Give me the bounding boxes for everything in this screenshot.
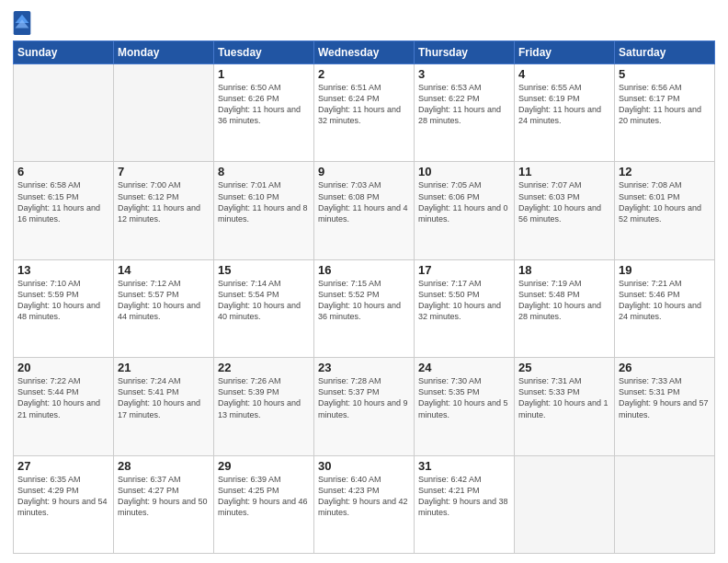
day-number: 5 <box>619 67 711 81</box>
day-info: Sunrise: 6:40 AMSunset: 4:23 PMDaylight:… <box>318 474 410 519</box>
weekday-header: Friday <box>515 41 615 64</box>
day-info: Sunrise: 6:51 AMSunset: 6:24 PMDaylight:… <box>318 82 410 127</box>
day-number: 22 <box>218 361 310 374</box>
day-number: 9 <box>318 165 410 178</box>
day-info: Sunrise: 7:21 AMSunset: 5:46 PMDaylight:… <box>619 278 711 323</box>
calendar-cell: 23Sunrise: 7:28 AMSunset: 5:37 PMDayligh… <box>314 358 415 455</box>
day-number: 19 <box>619 263 711 277</box>
day-info: Sunrise: 6:42 AMSunset: 4:21 PMDaylight:… <box>418 474 510 519</box>
day-info: Sunrise: 6:37 AMSunset: 4:27 PMDaylight:… <box>118 474 210 519</box>
calendar-cell: 7Sunrise: 7:00 AMSunset: 6:12 PMDaylight… <box>114 162 214 259</box>
calendar-cell: 27Sunrise: 6:35 AMSunset: 4:29 PMDayligh… <box>14 455 114 553</box>
calendar-cell: 10Sunrise: 7:05 AMSunset: 6:06 PMDayligh… <box>415 162 515 259</box>
calendar-cell: 21Sunrise: 7:24 AMSunset: 5:41 PMDayligh… <box>114 358 214 455</box>
day-info: Sunrise: 6:50 AMSunset: 6:26 PMDaylight:… <box>218 82 310 127</box>
calendar-cell: 19Sunrise: 7:21 AMSunset: 5:46 PMDayligh… <box>615 259 715 357</box>
day-number: 3 <box>418 67 510 81</box>
calendar-cell: 29Sunrise: 6:39 AMSunset: 4:25 PMDayligh… <box>214 455 314 553</box>
calendar-cell: 3Sunrise: 6:53 AMSunset: 6:22 PMDaylight… <box>415 64 515 162</box>
calendar-cell: 30Sunrise: 6:40 AMSunset: 4:23 PMDayligh… <box>314 455 415 553</box>
calendar-cell: 2Sunrise: 6:51 AMSunset: 6:24 PMDaylight… <box>314 64 415 162</box>
day-info: Sunrise: 7:03 AMSunset: 6:08 PMDaylight:… <box>318 179 410 224</box>
calendar-week-row: 27Sunrise: 6:35 AMSunset: 4:29 PMDayligh… <box>14 455 715 553</box>
day-number: 17 <box>418 263 510 277</box>
day-number: 25 <box>518 361 610 374</box>
calendar-cell: 20Sunrise: 7:22 AMSunset: 5:44 PMDayligh… <box>14 358 114 455</box>
day-number: 11 <box>518 165 610 178</box>
calendar-week-row: 1Sunrise: 6:50 AMSunset: 6:26 PMDaylight… <box>14 64 715 162</box>
weekday-header: Saturday <box>615 41 715 64</box>
day-number: 31 <box>418 459 510 473</box>
calendar-cell: 18Sunrise: 7:19 AMSunset: 5:48 PMDayligh… <box>515 259 615 357</box>
calendar-table: SundayMondayTuesdayWednesdayThursdayFrid… <box>13 40 715 554</box>
day-info: Sunrise: 7:10 AMSunset: 5:59 PMDaylight:… <box>17 278 109 323</box>
logo-icon <box>13 11 31 35</box>
day-number: 28 <box>118 459 210 473</box>
page: SundayMondayTuesdayWednesdayThursdayFrid… <box>0 0 728 563</box>
calendar-cell <box>114 64 214 162</box>
day-number: 23 <box>318 361 410 374</box>
day-number: 26 <box>619 361 711 374</box>
day-info: Sunrise: 7:30 AMSunset: 5:35 PMDaylight:… <box>418 375 510 420</box>
day-info: Sunrise: 6:55 AMSunset: 6:19 PMDaylight:… <box>518 82 610 127</box>
day-number: 13 <box>17 263 109 277</box>
day-info: Sunrise: 7:08 AMSunset: 6:01 PMDaylight:… <box>619 179 711 224</box>
day-number: 8 <box>218 165 310 178</box>
weekday-header: Sunday <box>14 41 114 64</box>
day-number: 27 <box>17 459 109 473</box>
calendar-cell: 28Sunrise: 6:37 AMSunset: 4:27 PMDayligh… <box>114 455 214 553</box>
day-info: Sunrise: 7:12 AMSunset: 5:57 PMDaylight:… <box>118 278 210 323</box>
calendar-cell: 14Sunrise: 7:12 AMSunset: 5:57 PMDayligh… <box>114 259 214 357</box>
day-number: 15 <box>218 263 310 277</box>
day-info: Sunrise: 7:14 AMSunset: 5:54 PMDaylight:… <box>218 278 310 323</box>
day-number: 20 <box>17 361 109 374</box>
day-number: 2 <box>318 67 410 81</box>
weekday-header: Tuesday <box>214 41 314 64</box>
calendar-cell: 16Sunrise: 7:15 AMSunset: 5:52 PMDayligh… <box>314 259 415 357</box>
day-number: 6 <box>17 165 109 178</box>
logo <box>13 11 35 35</box>
calendar-cell: 8Sunrise: 7:01 AMSunset: 6:10 PMDaylight… <box>214 162 314 259</box>
weekday-header: Thursday <box>415 41 515 64</box>
day-info: Sunrise: 6:35 AMSunset: 4:29 PMDaylight:… <box>17 474 109 519</box>
day-number: 16 <box>318 263 410 277</box>
calendar-cell <box>14 64 114 162</box>
day-info: Sunrise: 6:58 AMSunset: 6:15 PMDaylight:… <box>17 179 109 224</box>
day-info: Sunrise: 7:31 AMSunset: 5:33 PMDaylight:… <box>518 375 610 420</box>
day-info: Sunrise: 7:22 AMSunset: 5:44 PMDaylight:… <box>17 375 109 420</box>
day-info: Sunrise: 7:19 AMSunset: 5:48 PMDaylight:… <box>518 278 610 323</box>
calendar-cell: 6Sunrise: 6:58 AMSunset: 6:15 PMDaylight… <box>14 162 114 259</box>
calendar-cell: 9Sunrise: 7:03 AMSunset: 6:08 PMDaylight… <box>314 162 415 259</box>
calendar-week-row: 13Sunrise: 7:10 AMSunset: 5:59 PMDayligh… <box>14 259 715 357</box>
day-info: Sunrise: 6:39 AMSunset: 4:25 PMDaylight:… <box>218 474 310 519</box>
day-info: Sunrise: 7:17 AMSunset: 5:50 PMDaylight:… <box>418 278 510 323</box>
day-info: Sunrise: 7:07 AMSunset: 6:03 PMDaylight:… <box>518 179 610 224</box>
day-info: Sunrise: 7:01 AMSunset: 6:10 PMDaylight:… <box>218 179 310 224</box>
calendar-cell: 15Sunrise: 7:14 AMSunset: 5:54 PMDayligh… <box>214 259 314 357</box>
calendar-cell: 11Sunrise: 7:07 AMSunset: 6:03 PMDayligh… <box>515 162 615 259</box>
day-number: 30 <box>318 459 410 473</box>
calendar-cell: 25Sunrise: 7:31 AMSunset: 5:33 PMDayligh… <box>515 358 615 455</box>
day-info: Sunrise: 7:24 AMSunset: 5:41 PMDaylight:… <box>118 375 210 420</box>
day-info: Sunrise: 6:53 AMSunset: 6:22 PMDaylight:… <box>418 82 510 127</box>
calendar-cell <box>515 455 615 553</box>
day-info: Sunrise: 7:00 AMSunset: 6:12 PMDaylight:… <box>118 179 210 224</box>
header <box>13 11 715 35</box>
day-number: 12 <box>619 165 711 178</box>
day-number: 29 <box>218 459 310 473</box>
weekday-header: Wednesday <box>314 41 415 64</box>
day-number: 24 <box>418 361 510 374</box>
calendar-cell: 5Sunrise: 6:56 AMSunset: 6:17 PMDaylight… <box>615 64 715 162</box>
day-number: 1 <box>218 67 310 81</box>
calendar-cell: 24Sunrise: 7:30 AMSunset: 5:35 PMDayligh… <box>415 358 515 455</box>
calendar-cell: 13Sunrise: 7:10 AMSunset: 5:59 PMDayligh… <box>14 259 114 357</box>
day-info: Sunrise: 7:33 AMSunset: 5:31 PMDaylight:… <box>619 375 711 420</box>
calendar-cell: 22Sunrise: 7:26 AMSunset: 5:39 PMDayligh… <box>214 358 314 455</box>
day-number: 7 <box>118 165 210 178</box>
day-info: Sunrise: 7:15 AMSunset: 5:52 PMDaylight:… <box>318 278 410 323</box>
calendar-cell: 31Sunrise: 6:42 AMSunset: 4:21 PMDayligh… <box>415 455 515 553</box>
calendar-cell: 1Sunrise: 6:50 AMSunset: 6:26 PMDaylight… <box>214 64 314 162</box>
day-number: 21 <box>118 361 210 374</box>
day-info: Sunrise: 7:05 AMSunset: 6:06 PMDaylight:… <box>418 179 510 224</box>
calendar-cell: 17Sunrise: 7:17 AMSunset: 5:50 PMDayligh… <box>415 259 515 357</box>
